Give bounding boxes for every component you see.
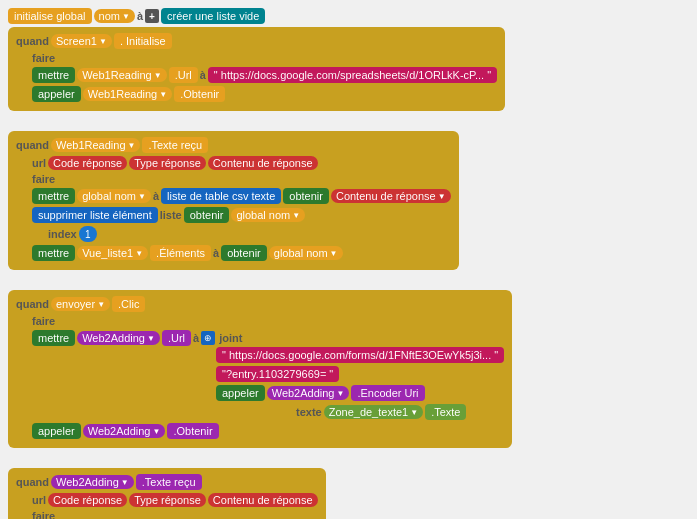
code-pill[interactable]: Code réponse <box>48 156 127 170</box>
type-pill[interactable]: Type réponse <box>129 156 206 170</box>
joint-icon[interactable]: ⊕ <box>201 331 215 345</box>
type-pill2[interactable]: Type réponse <box>129 493 206 507</box>
mettre-block2[interactable]: mettre <box>32 188 75 204</box>
quand-envoyer-row: quand envoyer ▼ .Clic <box>16 296 504 312</box>
dot-elements-block[interactable]: .Éléments <box>150 245 211 261</box>
screen1-event[interactable]: . Initialise <box>114 33 172 49</box>
obtenir-block[interactable]: obtenir <box>283 188 329 204</box>
faire-label: faire <box>32 52 55 64</box>
joint-label: joint <box>219 332 242 344</box>
mettre-vue-row: mettre Vue_liste1 ▼ .Éléments à obtenir … <box>32 245 451 261</box>
index-value[interactable]: 1 <box>79 226 97 242</box>
contenu-reponse-pill[interactable]: Contenu de réponse ▼ <box>331 189 451 203</box>
a-label: à <box>137 10 143 22</box>
faire-label2: faire <box>32 173 55 185</box>
a-label3: à <box>153 190 159 202</box>
quand-row: quand Screen1 ▼ . Initialise <box>16 33 497 49</box>
appeler-block3[interactable]: appeler <box>32 423 81 439</box>
global-nom-pill[interactable]: global nom ▼ <box>77 189 151 203</box>
url-part2-row: "?entry.1103279669= " <box>216 366 504 382</box>
faire-label3-row: faire <box>32 315 504 327</box>
contenu-pill2[interactable]: Contenu de réponse <box>208 493 318 507</box>
faire-label2-row: faire <box>32 173 451 185</box>
dot-encoder-block[interactable]: .Encoder Uri <box>351 385 424 401</box>
url-part1-row: " https://docs.google.com/forms/d/1FNftE… <box>216 347 504 363</box>
section3: quand envoyer ▼ .Clic faire mettre Web2A… <box>8 290 689 458</box>
dot-clic-block[interactable]: .Clic <box>112 296 145 312</box>
mettre-block3[interactable]: mettre <box>32 245 75 261</box>
faire-label3: faire <box>32 315 55 327</box>
mettre-block[interactable]: mettre <box>32 67 75 83</box>
section1: initialise global nom ▼ à + créer une li… <box>8 8 689 121</box>
obtenir-block2[interactable]: obtenir <box>184 207 230 223</box>
faire-label-row: faire <box>32 52 497 64</box>
web1reading2-pill[interactable]: Web1Reading ▼ <box>83 87 172 101</box>
obtenir-block3[interactable]: obtenir <box>221 245 267 261</box>
liste-table-block[interactable]: liste de table csv texte <box>161 188 281 204</box>
nom-pill[interactable]: nom ▼ <box>94 9 135 23</box>
appeler-block2[interactable]: appeler <box>216 385 265 401</box>
code-pill2[interactable]: Code réponse <box>48 493 127 507</box>
index-label: index <box>48 228 77 240</box>
screen1-pill[interactable]: Screen1 ▼ <box>51 34 112 48</box>
supprimer-block[interactable]: supprimer liste élément <box>32 207 158 223</box>
texte-recu-block[interactable]: .Texte reçu <box>142 137 208 153</box>
web1reading-pill[interactable]: Web1Reading ▼ <box>77 68 166 82</box>
quand-label2: quand <box>16 139 49 151</box>
supprimer-row: supprimer liste élément liste obtenir gl… <box>32 207 451 223</box>
liste-label: liste <box>160 209 182 221</box>
web1reading-pill2[interactable]: Web1Reading ▼ <box>51 138 140 152</box>
mettre-url-row: mettre Web1Reading ▼ .Url à " https://do… <box>32 67 497 83</box>
vue-liste-pill[interactable]: Vue_liste1 ▼ <box>77 246 148 260</box>
url-code-row: url Code réponse Type réponse Contenu de… <box>32 156 451 170</box>
url-value-block[interactable]: " https://docs.google.com/spreadsheets/d… <box>208 67 497 83</box>
dot-obtenir2-block[interactable]: .Obtenir <box>167 423 218 439</box>
initialise-row: initialise global nom ▼ à + créer une li… <box>8 8 689 24</box>
dot-texte3-block[interactable]: .Texte reçu <box>136 474 202 490</box>
appeler-block[interactable]: appeler <box>32 86 81 102</box>
creer-liste-block[interactable]: créer une liste vide <box>161 8 265 24</box>
web2adding-pill2[interactable]: Web2Adding ▼ <box>267 386 350 400</box>
a-label4: à <box>213 247 219 259</box>
mettre-block4[interactable]: mettre <box>32 330 75 346</box>
a-label5: à <box>193 332 199 344</box>
dot-url-block[interactable]: .Url <box>169 67 198 83</box>
initialise-block[interactable]: initialise global <box>8 8 92 24</box>
quand-label: quand <box>16 35 49 47</box>
appeler-row: appeler Web1Reading ▼ .Obtenir <box>32 86 497 102</box>
quand-web1-row: quand Web1Reading ▼ .Texte reçu <box>16 137 451 153</box>
a-label2: à <box>200 69 206 81</box>
web2adding-container: quand Web2Adding ▼ .Texte reçu url Code … <box>8 468 326 519</box>
envoyer-container: quand envoyer ▼ .Clic faire mettre Web2A… <box>8 290 512 448</box>
texte-zone-row: texte Zone_de_texte1 ▼ .Texte <box>216 404 504 420</box>
web2adding-pill3[interactable]: Web2Adding ▼ <box>83 424 166 438</box>
zone-texte-pill[interactable]: Zone_de_texte1 ▼ <box>324 405 423 419</box>
quand-web2-row: quand Web2Adding ▼ .Texte reçu <box>16 474 318 490</box>
faire-label4: faire <box>32 510 55 519</box>
web2adding-pill[interactable]: Web2Adding ▼ <box>77 331 160 345</box>
appeler-encoder-row: appeler Web2Adding ▼ .Encoder Uri <box>216 385 504 401</box>
url-label2: url <box>32 494 46 506</box>
url-part1-block[interactable]: " https://docs.google.com/forms/d/1FNftE… <box>216 347 504 363</box>
quand-label3: quand <box>16 298 49 310</box>
url-code2-row: url Code réponse Type réponse Contenu de… <box>32 493 318 507</box>
url-part2-block[interactable]: "?entry.1103279669= " <box>216 366 339 382</box>
web2adding-pill4[interactable]: Web2Adding ▼ <box>51 475 134 489</box>
dot-texte2-block[interactable]: .Texte <box>425 404 466 420</box>
url-label: url <box>32 157 46 169</box>
web1reading-container: quand Web1Reading ▼ .Texte reçu url Code… <box>8 131 459 270</box>
dot-obtenir-block[interactable]: .Obtenir <box>174 86 225 102</box>
global-nom-pill2[interactable]: global nom ▼ <box>231 208 305 222</box>
section2: quand Web1Reading ▼ .Texte reçu url Code… <box>8 131 689 280</box>
quand-label4: quand <box>16 476 49 488</box>
section4: quand Web2Adding ▼ .Texte reçu url Code … <box>8 468 689 519</box>
global-nom-pill3[interactable]: global nom ▼ <box>269 246 343 260</box>
plus-icon[interactable]: + <box>145 9 159 23</box>
dot-url2-block[interactable]: .Url <box>162 330 191 346</box>
texte-label: texte <box>296 406 322 418</box>
contenu-pill[interactable]: Contenu de réponse <box>208 156 318 170</box>
envoyer-pill[interactable]: envoyer ▼ <box>51 297 110 311</box>
mettre-web2-row: mettre Web2Adding ▼ .Url à ⊕ joint <box>32 330 504 346</box>
mettre-global-row: mettre global nom ▼ à liste de table csv… <box>32 188 451 204</box>
url-parts: " https://docs.google.com/forms/d/1FNftE… <box>216 347 504 420</box>
